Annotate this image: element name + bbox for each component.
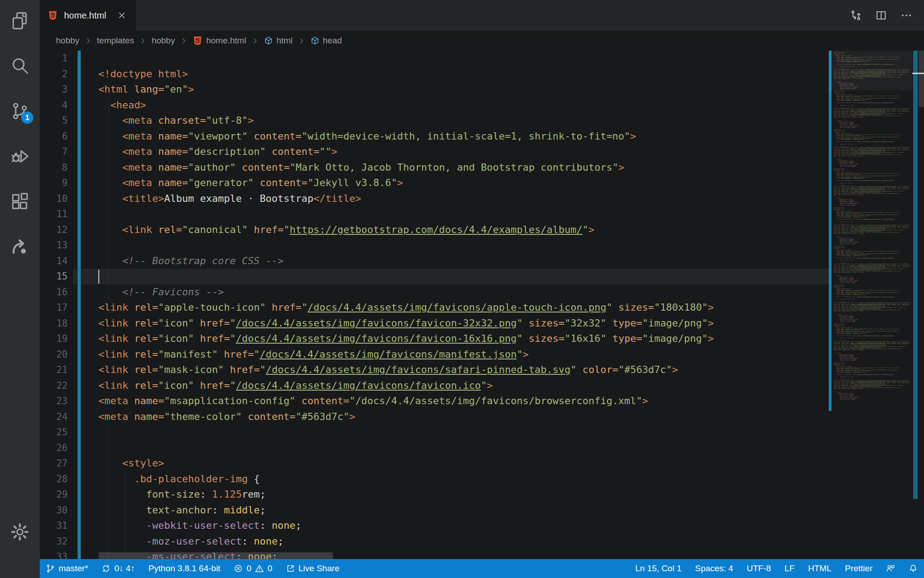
code-line[interactable]: <meta name="theme-color" content="#563d7… bbox=[73, 409, 829, 425]
line-number[interactable]: 12 bbox=[40, 222, 73, 238]
activity-item-source-control[interactable]: 1 bbox=[0, 89, 40, 134]
vertical-scrollbar[interactable] bbox=[919, 51, 924, 559]
more-actions-button[interactable] bbox=[901, 9, 912, 21]
code-line[interactable]: <link rel="icon" href="/docs/4.4/assets/… bbox=[73, 331, 829, 347]
line-number[interactable]: 28 bbox=[40, 471, 73, 487]
line-number[interactable]: 6 bbox=[40, 129, 73, 144]
line-number[interactable]: 5 bbox=[40, 113, 73, 129]
scrollbar-slider[interactable] bbox=[919, 51, 924, 107]
line-number[interactable]: 8 bbox=[40, 160, 73, 176]
code-line[interactable]: <meta name="description" content=""> bbox=[73, 144, 829, 160]
line-number[interactable]: 7 bbox=[40, 144, 73, 160]
status-indentation[interactable]: Spaces: 4 bbox=[695, 564, 734, 573]
line-number[interactable]: 15 bbox=[40, 269, 73, 284]
line-number[interactable]: 14 bbox=[40, 253, 73, 269]
line-number[interactable]: 18 bbox=[40, 316, 73, 331]
code-line[interactable]: <link rel="icon" href="/docs/4.4/assets/… bbox=[73, 316, 829, 331]
line-number[interactable]: 32 bbox=[40, 534, 73, 550]
status-git-branch[interactable]: master* bbox=[46, 564, 88, 573]
tab-home.html[interactable]: home.html bbox=[40, 0, 136, 31]
activity-item-settings[interactable] bbox=[0, 509, 40, 555]
status-encoding[interactable]: UTF-8 bbox=[747, 564, 771, 573]
line-number[interactable]: 23 bbox=[40, 393, 73, 409]
activity-item-explorer[interactable] bbox=[0, 0, 40, 43]
code-line[interactable] bbox=[73, 440, 829, 456]
code-line[interactable]: <!-- Favicons --> bbox=[73, 284, 829, 300]
code-area[interactable]: <!doctype html><html lang="en"> <head> <… bbox=[73, 51, 829, 559]
breadcrumb-item-html[interactable]: html bbox=[264, 36, 293, 46]
activity-item-search[interactable] bbox=[0, 43, 40, 89]
line-number[interactable]: 13 bbox=[40, 238, 73, 253]
line-number[interactable]: 1 bbox=[40, 51, 73, 66]
status-feedback[interactable] bbox=[886, 564, 895, 573]
breadcrumb-item-home.html[interactable]: home.html bbox=[193, 36, 246, 46]
status-formatter[interactable]: Prettier bbox=[845, 564, 873, 573]
open-changes-button[interactable] bbox=[850, 9, 862, 21]
code-line[interactable]: font-size: 1.125rem; bbox=[73, 487, 829, 503]
breadcrumb-item-templates[interactable]: templates bbox=[97, 36, 134, 46]
code-line[interactable] bbox=[73, 51, 829, 66]
activity-item-live-share[interactable] bbox=[0, 224, 40, 269]
line-number[interactable]: 31 bbox=[40, 518, 73, 534]
activity-item-run-debug[interactable] bbox=[0, 134, 40, 179]
status-sync-changes[interactable]: 0↓ 4↑ bbox=[102, 564, 134, 573]
code-line[interactable]: <link rel="mask-icon" href="/docs/4.4/as… bbox=[73, 362, 829, 378]
horizontal-scrollbar[interactable] bbox=[99, 552, 333, 559]
code-line[interactable] bbox=[73, 269, 829, 284]
breadcrumb-item-head[interactable]: head bbox=[310, 36, 342, 46]
code-line[interactable]: <!doctype html> bbox=[73, 66, 829, 82]
line-number[interactable]: 27 bbox=[40, 456, 73, 471]
line-number[interactable]: 2 bbox=[40, 66, 73, 82]
line-number[interactable]: 17 bbox=[40, 300, 73, 316]
code-line[interactable]: -moz-user-select: none; bbox=[73, 534, 829, 550]
code-line[interactable]: -webkit-user-select: none; bbox=[73, 518, 829, 534]
code-line[interactable] bbox=[73, 424, 829, 440]
line-number[interactable]: 33 bbox=[40, 549, 73, 559]
code-line[interactable]: <meta charset="utf-8"> bbox=[73, 113, 829, 129]
code-line[interactable] bbox=[73, 238, 829, 253]
line-number[interactable]: 19 bbox=[40, 331, 73, 347]
status-language-mode[interactable]: HTML bbox=[808, 564, 832, 573]
breadcrumb-item-hobby[interactable]: hobby bbox=[152, 36, 175, 46]
status-cursor-position[interactable]: Ln 15, Col 1 bbox=[635, 564, 681, 573]
line-number[interactable]: 26 bbox=[40, 440, 73, 456]
line-number[interactable]: 25 bbox=[40, 424, 73, 440]
status-end-of-line[interactable]: LF bbox=[785, 564, 795, 573]
line-number[interactable]: 30 bbox=[40, 503, 73, 518]
close-icon[interactable] bbox=[117, 10, 127, 20]
editor[interactable]: 1234567891011121314151617181920212223242… bbox=[40, 51, 924, 559]
status-python-interpreter[interactable]: Python 3.8.1 64-bit bbox=[148, 564, 221, 573]
line-number[interactable]: 3 bbox=[40, 82, 73, 98]
code-line[interactable]: <link rel="manifest" href="/docs/4.4/ass… bbox=[73, 347, 829, 363]
code-line[interactable]: <title>Album example · Bootstrap</title> bbox=[73, 191, 829, 207]
line-number[interactable]: 24 bbox=[40, 409, 73, 425]
minimap[interactable]: <!doctype html><html lang="en"> <head> <… bbox=[829, 51, 912, 559]
line-number[interactable]: 10 bbox=[40, 191, 73, 207]
status-problems[interactable]: 00 bbox=[234, 564, 272, 573]
code-line[interactable]: <link rel="canonical" href="https://getb… bbox=[73, 222, 829, 238]
code-line[interactable]: <meta name="author" content="Mark Otto, … bbox=[73, 160, 829, 176]
line-number[interactable]: 29 bbox=[40, 487, 73, 503]
code-line[interactable]: <link rel="icon" href="/docs/4.4/assets/… bbox=[73, 378, 829, 394]
code-line[interactable]: <meta name="viewport" content="width=dev… bbox=[73, 129, 829, 144]
line-number[interactable]: 4 bbox=[40, 98, 73, 113]
code-line[interactable]: <html lang="en"> bbox=[73, 82, 829, 98]
code-line[interactable]: <meta name="msapplication-config" conten… bbox=[73, 393, 829, 409]
line-number[interactable]: 21 bbox=[40, 362, 73, 378]
code-line[interactable]: <link rel="apple-touch-icon" href="/docs… bbox=[73, 300, 829, 316]
code-line[interactable]: <!-- Bootstrap core CSS --> bbox=[73, 253, 829, 269]
code-line[interactable]: <meta name="generator" content="Jekyll v… bbox=[73, 175, 829, 191]
line-number[interactable]: 11 bbox=[40, 206, 73, 222]
code-line[interactable]: <style> bbox=[73, 456, 829, 471]
code-line[interactable] bbox=[73, 206, 829, 222]
status-live-share[interactable]: Live Share bbox=[286, 564, 340, 573]
line-number[interactable]: 20 bbox=[40, 347, 73, 363]
code-line[interactable]: .bd-placeholder-img { bbox=[73, 471, 829, 487]
activity-item-extensions[interactable] bbox=[0, 179, 40, 224]
line-number[interactable]: 9 bbox=[40, 175, 73, 191]
code-line[interactable]: text-anchor: middle; bbox=[73, 503, 829, 518]
line-number-gutter[interactable]: 1234567891011121314151617181920212223242… bbox=[40, 51, 73, 559]
line-number[interactable]: 22 bbox=[40, 378, 73, 394]
split-editor-button[interactable] bbox=[875, 9, 887, 21]
status-notifications[interactable] bbox=[909, 564, 918, 573]
